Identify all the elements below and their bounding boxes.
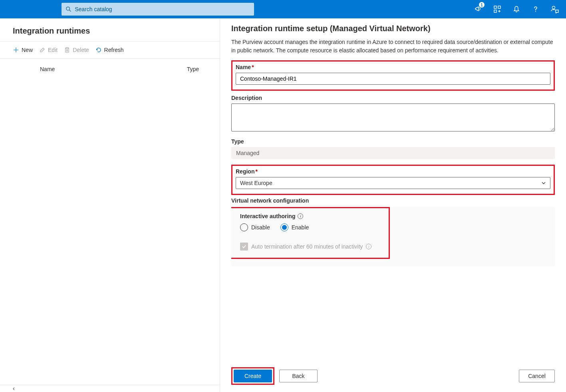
search-input[interactable] (75, 6, 250, 12)
bell-icon[interactable] (512, 4, 521, 14)
radio-disable-label: Disable (251, 224, 270, 231)
announce-icon[interactable]: 1 (473, 4, 483, 14)
cancel-button[interactable]: Cancel (519, 370, 555, 382)
highlight-region: Region* West Europe (231, 165, 555, 195)
apps-icon[interactable] (493, 4, 502, 14)
svg-point-5 (552, 6, 555, 9)
name-label: Name* (236, 64, 550, 70)
highlight-create: Create (231, 367, 274, 385)
auto-term-checkbox (240, 243, 248, 251)
svg-line-1 (70, 10, 71, 12)
interactive-label: Interactive authoring (240, 213, 295, 219)
type-value: Managed (231, 147, 555, 159)
svg-rect-4 (494, 10, 496, 12)
refresh-label: Refresh (104, 47, 124, 53)
radio-disable[interactable]: Disable (240, 223, 270, 231)
chevron-down-icon (541, 181, 546, 185)
svg-rect-3 (498, 6, 500, 8)
info-icon[interactable]: i (366, 244, 371, 249)
description-input[interactable] (231, 103, 555, 131)
svg-point-0 (66, 7, 70, 10)
toolbar: New Edit Delete Refresh (0, 41, 220, 59)
vnet-label: Virtual network configuration (231, 197, 555, 204)
description-label: Description (231, 95, 555, 101)
page-title: Integration runtimes (0, 18, 220, 41)
table-header: Name Type (0, 59, 220, 77)
search-icon (66, 6, 71, 12)
region-label: Region* (236, 168, 550, 175)
panel-title: Integration runtime setup (Managed Virtu… (231, 24, 555, 33)
vnet-section: Interactive authoring i Disable Enable (231, 207, 555, 266)
panel-footer: Create Back Cancel (231, 362, 555, 385)
topbar-actions: 1 (473, 4, 560, 14)
panel-description: The Purview account manages the integrat… (231, 38, 555, 55)
region-select[interactable]: West Europe (236, 177, 550, 189)
new-label: New (22, 47, 33, 53)
edit-button: Edit (39, 47, 58, 53)
back-button[interactable]: Back (279, 370, 318, 382)
setup-panel: Integration runtime setup (Managed Virtu… (220, 18, 566, 392)
new-button[interactable]: New (13, 47, 33, 53)
type-label: Type (231, 138, 555, 145)
delete-button: Delete (64, 47, 89, 53)
info-icon[interactable]: i (298, 213, 303, 219)
search-box[interactable] (62, 3, 254, 16)
radio-enable-label: Enable (292, 224, 309, 231)
highlight-name: Name* (231, 60, 555, 91)
left-panel: Integration runtimes New Edit Delete Ref… (0, 18, 220, 392)
col-type[interactable]: Type (187, 66, 199, 72)
horizontal-scroll-hint[interactable] (0, 385, 220, 392)
col-name[interactable]: Name (40, 66, 55, 72)
highlight-interactive: Interactive authoring i Disable Enable (231, 207, 390, 259)
region-value: West Europe (240, 180, 272, 186)
radio-enable[interactable]: Enable (280, 223, 309, 231)
help-icon[interactable] (531, 4, 540, 14)
top-bar: 1 (0, 0, 566, 18)
svg-rect-2 (494, 6, 496, 8)
refresh-button[interactable]: Refresh (95, 47, 124, 53)
edit-label: Edit (48, 47, 58, 53)
name-input[interactable] (236, 73, 550, 85)
delete-label: Delete (73, 47, 89, 53)
auto-term-label: Auto termination after 60 minutes of ina… (251, 243, 363, 250)
create-button[interactable]: Create (234, 370, 272, 382)
notification-badge: 1 (479, 2, 485, 8)
feedback-icon[interactable] (550, 4, 560, 14)
